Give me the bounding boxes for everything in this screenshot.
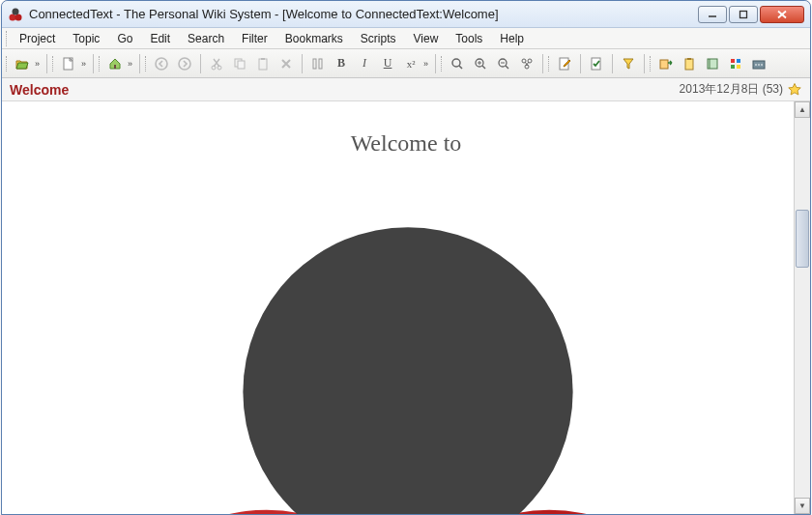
- svg-point-30: [525, 65, 529, 69]
- toolbar: » » » B I U x² »: [2, 49, 810, 78]
- chevron-more-icon-3[interactable]: »: [128, 59, 134, 69]
- titlebar: ConnectedText - The Personal Wiki System…: [2, 1, 810, 28]
- menu-bookmarks[interactable]: Bookmarks: [277, 30, 351, 47]
- diagram-icon[interactable]: [516, 53, 537, 74]
- toolbar-grip-2: [52, 56, 54, 72]
- toolbar-grip-3: [99, 56, 101, 72]
- scroll-down-button[interactable]: ▼: [795, 498, 810, 514]
- page-title: Welcome: [10, 82, 680, 98]
- menu-help[interactable]: Help: [492, 30, 532, 47]
- back-icon[interactable]: [151, 53, 172, 74]
- svg-rect-8: [114, 65, 116, 69]
- italic-icon[interactable]: I: [354, 53, 375, 74]
- scroll-track[interactable]: [795, 118, 810, 498]
- columns-icon[interactable]: [307, 53, 329, 74]
- menu-project[interactable]: Project: [12, 30, 63, 47]
- svg-rect-33: [660, 60, 668, 69]
- svg-rect-18: [319, 59, 322, 69]
- svg-point-19: [452, 59, 460, 67]
- zoom-out-icon[interactable]: [493, 53, 514, 74]
- new-topic-icon[interactable]: [58, 53, 79, 74]
- clipboard-icon[interactable]: [679, 53, 700, 74]
- bold-icon[interactable]: B: [331, 53, 352, 74]
- svg-point-44: [758, 64, 760, 66]
- svg-point-0: [10, 14, 16, 20]
- svg-point-1: [15, 14, 22, 20]
- cut-icon[interactable]: [206, 53, 227, 74]
- menu-edit[interactable]: Edit: [142, 30, 178, 47]
- menu-search[interactable]: Search: [180, 30, 232, 47]
- zoom-in-icon[interactable]: [470, 53, 491, 74]
- svg-point-45: [761, 64, 763, 66]
- toolbar-grip-7: [650, 56, 652, 72]
- palette-icon[interactable]: [725, 53, 746, 74]
- scroll-up-button[interactable]: ▲: [795, 101, 810, 118]
- favorite-star-icon[interactable]: [787, 82, 802, 98]
- svg-point-10: [179, 58, 190, 70]
- toolbar-grip-4: [145, 56, 147, 72]
- content-scroll-area: Welcome to ConnectedText 6.0.6.24 Connec…: [2, 101, 810, 514]
- svg-rect-16: [261, 58, 265, 60]
- superscript-icon[interactable]: x²: [400, 53, 421, 74]
- underline-icon[interactable]: U: [377, 53, 398, 74]
- svg-rect-38: [731, 59, 735, 63]
- export-icon[interactable]: [655, 53, 677, 74]
- page-header: Welcome 2013年12月8日 (53): [2, 78, 810, 101]
- chevron-more-icon-2[interactable]: »: [81, 59, 88, 69]
- app-window: ConnectedText - The Personal Wiki System…: [1, 0, 811, 515]
- svg-line-20: [459, 66, 462, 69]
- menu-filter[interactable]: Filter: [234, 30, 276, 47]
- open-folder-icon[interactable]: [12, 53, 33, 74]
- svg-rect-17: [313, 59, 316, 69]
- settings-icon[interactable]: [748, 53, 769, 74]
- copy-icon[interactable]: [229, 53, 250, 74]
- svg-rect-14: [238, 61, 245, 69]
- scroll-thumb[interactable]: [796, 210, 809, 268]
- forward-icon[interactable]: [174, 53, 195, 74]
- search-icon[interactable]: [447, 53, 468, 74]
- menu-tools[interactable]: Tools: [448, 30, 490, 47]
- vertical-scrollbar[interactable]: ▲ ▼: [794, 101, 810, 514]
- toolbar-grip-5: [441, 56, 443, 72]
- welcome-heading: Welcome to ConnectedText 6.0.6.24: [29, 130, 783, 514]
- svg-rect-39: [737, 59, 740, 63]
- minimize-button[interactable]: [698, 6, 727, 23]
- sheet-check-icon[interactable]: [586, 53, 607, 74]
- paste-icon[interactable]: [252, 53, 274, 74]
- page-date: 2013年12月8日 (53): [680, 81, 783, 98]
- menubar-grip: [6, 31, 8, 46]
- filter-icon[interactable]: [618, 53, 639, 74]
- svg-rect-4: [740, 11, 747, 17]
- svg-point-2: [13, 8, 19, 14]
- close-button[interactable]: [760, 6, 804, 23]
- svg-point-48: [243, 227, 572, 514]
- heading-prefix: Welcome to: [351, 130, 462, 156]
- menu-go[interactable]: Go: [109, 30, 140, 47]
- chevron-more-icon[interactable]: »: [35, 59, 42, 69]
- document-content: Welcome to ConnectedText 6.0.6.24 Connec…: [2, 101, 810, 514]
- svg-rect-35: [687, 58, 691, 60]
- svg-point-43: [755, 64, 757, 66]
- menu-scripts[interactable]: Scripts: [353, 30, 404, 47]
- svg-rect-41: [737, 65, 740, 69]
- chevron-more-icon-4[interactable]: »: [423, 59, 430, 69]
- edit-sheet-icon[interactable]: [554, 53, 575, 74]
- toolbar-grip-6: [548, 56, 550, 72]
- svg-line-26: [506, 66, 508, 69]
- svg-line-22: [482, 66, 485, 69]
- app-icon: [8, 7, 23, 22]
- notebook-icon[interactable]: [702, 53, 723, 74]
- menubar: Project Topic Go Edit Search Filter Book…: [2, 28, 810, 49]
- svg-point-9: [156, 58, 167, 70]
- menu-topic[interactable]: Topic: [65, 30, 107, 47]
- svg-rect-34: [685, 59, 693, 70]
- window-title: ConnectedText - The Personal Wiki System…: [29, 7, 698, 21]
- delete-icon[interactable]: [276, 53, 297, 74]
- maximize-button[interactable]: [729, 6, 758, 23]
- home-icon[interactable]: [104, 53, 126, 74]
- svg-rect-40: [731, 65, 735, 69]
- window-controls: [698, 6, 804, 23]
- svg-rect-15: [259, 59, 267, 70]
- toolbar-grip-1: [6, 56, 8, 72]
- menu-view[interactable]: View: [406, 30, 447, 47]
